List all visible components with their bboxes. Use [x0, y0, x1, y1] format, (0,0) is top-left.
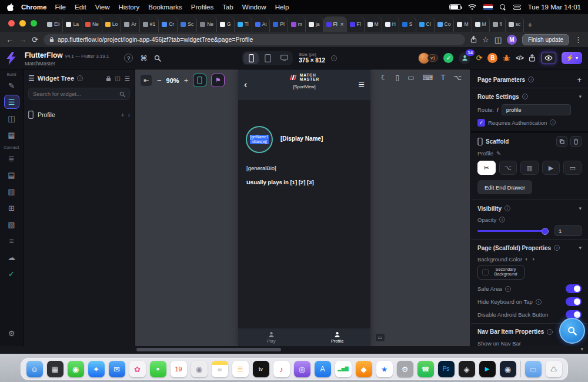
light-theme-mini-icon[interactable]: ◐	[525, 256, 528, 262]
browser-menu-icon[interactable]: ⋮	[574, 36, 582, 44]
dock-app-icon[interactable]: ♪	[273, 361, 290, 377]
apple-logo-icon[interactable]	[7, 3, 15, 11]
requires-auth-checkbox[interactable]: ✓	[477, 119, 485, 127]
canvas-display-tool[interactable]: T	[441, 74, 445, 82]
dock-app-icon[interactable]: ☎	[417, 361, 434, 377]
menubar-item[interactable]: Edit	[75, 4, 86, 11]
menubar-app-name[interactable]: Chrome	[21, 4, 46, 11]
rail-icon[interactable]: ⊞	[4, 201, 19, 215]
device-frame-toggle-icon[interactable]: ▭	[375, 333, 385, 342]
browser-tab[interactable]: Ne ×	[82, 16, 102, 32]
side-panel-icon[interactable]: ◫	[495, 36, 502, 44]
add-page-parameter-button[interactable]: +	[577, 75, 582, 84]
edit-end-drawer-button[interactable]: Edit End Drawer	[477, 180, 532, 194]
background-color-swatch[interactable]: Secondary Background	[477, 265, 524, 280]
canvas-display-tool[interactable]: ⌨	[423, 74, 433, 82]
flutterflow-logo-icon[interactable]	[6, 51, 19, 65]
copy-widget-button[interactable]	[556, 136, 567, 147]
canvas-display-tool[interactable]: ☾	[381, 74, 387, 82]
dock-app-icon[interactable]: ▦	[47, 361, 64, 377]
dock-app-icon[interactable]: ☰	[232, 361, 249, 377]
search-fab-button[interactable]	[559, 318, 585, 344]
widget-search-box[interactable]	[28, 88, 130, 100]
dock-app-icon[interactable]: ✿	[129, 361, 146, 377]
app-bar[interactable]: ‹ MATCH MASTER [SportView]	[238, 69, 370, 100]
menubar-item[interactable]: Bookmarks	[148, 4, 182, 11]
rail-icon[interactable]: ▤	[4, 168, 19, 182]
browser-tab[interactable]: m ×	[288, 16, 306, 32]
wifi-icon[interactable]	[468, 4, 476, 11]
menubar-item[interactable]: View	[95, 4, 110, 11]
browser-tab[interactable]: ja ×	[306, 16, 323, 32]
size-info-icon[interactable]: i	[331, 55, 337, 61]
browser-tab[interactable]: H ×	[382, 16, 399, 32]
browser-tab[interactable]: M ×	[365, 16, 382, 32]
dock-tray-icon[interactable]: ♺	[546, 361, 562, 377]
size-value[interactable]: 375 × 812	[299, 57, 325, 64]
dock-app-icon[interactable]: ◉	[191, 361, 208, 377]
requires-auth-info-icon[interactable]: i	[550, 119, 556, 125]
window-zoom-button[interactable]	[31, 20, 37, 26]
control-center-icon[interactable]	[513, 4, 521, 10]
dock-app-icon[interactable]: ★	[376, 361, 393, 377]
scrollbar-thumb[interactable]	[136, 348, 281, 351]
dock-app-icon[interactable]: ◎	[294, 361, 310, 377]
dock-app-icon[interactable]: 19	[171, 361, 187, 377]
new-tab-button[interactable]: +	[527, 20, 532, 29]
rename-pencil-icon[interactable]: ✎	[496, 150, 501, 157]
display-name-text[interactable]: [Display Name]	[280, 135, 323, 142]
menubar-item[interactable]: Profiles	[191, 4, 213, 11]
browser-tab[interactable]: M ×	[454, 16, 472, 32]
dock-app-icon[interactable]: ▂▅▇	[335, 361, 352, 377]
dock-app-icon[interactable]: ◉	[500, 361, 516, 377]
dock-app-icon[interactable]: ◆	[356, 361, 372, 377]
page-parameters-info-icon[interactable]: i	[528, 77, 534, 82]
browser-tab[interactable]: M ×	[472, 16, 490, 32]
hide-keyboard-toggle[interactable]	[566, 297, 582, 306]
browser-tab[interactable]: Fl ×	[347, 16, 365, 32]
window-minimize-button[interactable]	[19, 20, 26, 26]
menubar-item[interactable]: Help	[275, 4, 289, 11]
rail-icon[interactable]: ◫	[4, 111, 19, 125]
panel-mode-icon[interactable]: ◫	[115, 75, 121, 82]
canvas-mode-button[interactable]	[193, 74, 206, 87]
scaffold-tab-tree[interactable]: ⌥	[499, 161, 517, 175]
scaffold-tab-layout[interactable]: ▥	[520, 161, 539, 175]
browser-tab[interactable]: Ar ×	[121, 16, 140, 32]
desktop-preview-button[interactable]	[276, 52, 292, 64]
command-palette-icon[interactable]: ⌘	[140, 54, 147, 62]
route-settings-collapse-icon[interactable]: ▾	[579, 94, 582, 99]
general-bio-text[interactable]: [generalBio]	[246, 165, 276, 171]
browser-tab[interactable]: #1 ×	[140, 16, 159, 32]
canvas-display-tool[interactable]: ⌥	[453, 74, 462, 82]
zoom-level[interactable]: 90%	[166, 77, 179, 84]
browser-tab[interactable]: fl ×	[490, 16, 506, 32]
preview-eye-button[interactable]	[541, 52, 556, 64]
debug-bug-icon[interactable]	[503, 54, 510, 62]
back-arrow-icon[interactable]: ‹	[244, 79, 247, 90]
ff-project-name[interactable]: MatchMaster	[25, 61, 109, 67]
dock-app-icon[interactable]: Ps	[438, 361, 455, 377]
bookmark-star-icon[interactable]: ☆	[482, 36, 489, 44]
finish-update-button[interactable]: Finish update	[522, 34, 569, 45]
browser-tab[interactable]: Eli ×	[44, 16, 63, 32]
scaffold-tab-actions[interactable]: ▶	[542, 161, 560, 175]
plays-line-text[interactable]: Usually plays in [1] [2] [3]	[246, 179, 314, 185]
zoom-in-button[interactable]: +	[184, 76, 189, 85]
route-input[interactable]	[502, 104, 571, 115]
dock-app-icon[interactable]: A	[315, 361, 331, 377]
branding-circle-icon[interactable]: B	[487, 53, 497, 63]
collapse-panel-button[interactable]: ⇤	[140, 74, 152, 87]
route-settings-info-icon[interactable]: i	[522, 94, 528, 99]
sync-status-icon[interactable]: ⟳	[476, 54, 482, 62]
rail-icon[interactable]: ≡	[4, 234, 19, 248]
phone-preview-button[interactable]	[243, 52, 259, 64]
opacity-input[interactable]	[554, 225, 582, 236]
menubar-item[interactable]: History	[119, 4, 140, 11]
opacity-slider[interactable]	[477, 230, 548, 232]
tab-close-icon[interactable]: ×	[340, 21, 344, 28]
menubar-item[interactable]: File	[55, 4, 66, 11]
visibility-info-icon[interactable]: i	[505, 205, 510, 211]
browser-tab[interactable]: Ne ×	[197, 16, 217, 32]
project-health-check-icon[interactable]: ✓	[443, 53, 453, 63]
